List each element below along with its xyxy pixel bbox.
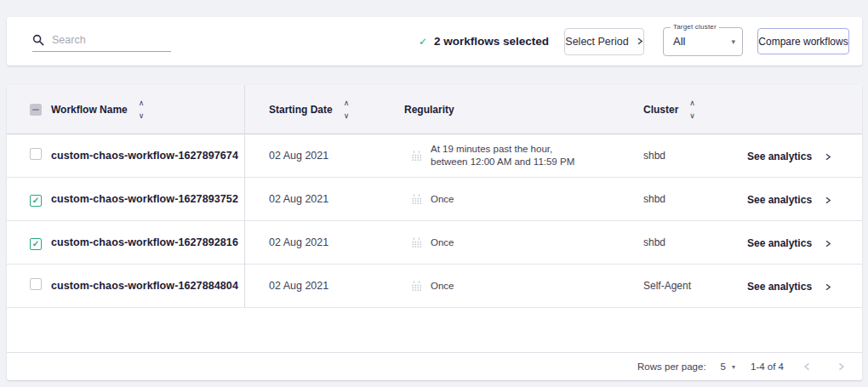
column-header-cluster: Cluster xyxy=(643,104,678,116)
table-body: ✓ custom-chaos-workflow-1627897674 02 Au… xyxy=(7,134,862,308)
table-header: Workflow Name ∧ ∨ Starting Date ∧ ∨ Regu… xyxy=(7,85,862,134)
sort-down-icon: ∨ xyxy=(689,112,695,119)
target-cluster-select[interactable]: Target cluster All ▾ xyxy=(663,27,743,56)
dropdown-caret-icon: ▾ xyxy=(732,363,735,371)
selection-status-text: 2 workflows selected xyxy=(434,35,549,48)
select-period-label: Select Period xyxy=(565,36,628,48)
column-header-starting-date: Starting Date xyxy=(269,104,333,116)
search-box[interactable] xyxy=(32,34,171,52)
see-analytics-link[interactable]: See analytics xyxy=(747,151,831,162)
starting-date: 02 Aug 2021 xyxy=(244,193,397,205)
calendar-icon xyxy=(411,237,422,248)
see-analytics-link[interactable]: See analytics xyxy=(747,237,831,249)
chevron-left-icon xyxy=(803,362,811,371)
compare-workflows-button[interactable]: Compare workflows xyxy=(757,28,849,54)
sort-up-icon: ∧ xyxy=(139,100,145,106)
cluster-name: shbd xyxy=(632,236,739,248)
next-page-button[interactable] xyxy=(830,356,852,378)
sort-down-icon: ∨ xyxy=(344,112,350,119)
workflow-name: custom-chaos-workflow-1627884804 xyxy=(51,280,244,292)
row-checkbox[interactable]: ✓ xyxy=(30,148,42,160)
chevron-right-icon xyxy=(825,196,831,204)
workflow-name: custom-chaos-workflow-1627897674 xyxy=(51,150,244,162)
rows-per-page-value: 5 xyxy=(721,361,726,372)
row-checkbox[interactable]: ✓ xyxy=(30,195,42,207)
table-row: ✓ custom-chaos-workflow-1627897674 02 Au… xyxy=(7,134,862,178)
pagination: Rows per page: 5 ▾ 1-4 of 4 xyxy=(7,352,862,380)
table-row: ✓ custom-chaos-workflow-1627884804 02 Au… xyxy=(7,265,862,308)
dropdown-caret-icon: ▾ xyxy=(731,37,735,46)
cluster-name: Self-Agent xyxy=(632,280,739,292)
regularity-cell: At 19 minutes past the hour, between 12:… xyxy=(397,143,632,168)
sort-up-icon: ∧ xyxy=(689,100,695,106)
search-icon xyxy=(32,34,44,46)
column-header-workflow-name: Workflow Name xyxy=(51,104,128,116)
search-input[interactable] xyxy=(52,34,154,46)
page-range-text: 1-4 of 4 xyxy=(751,361,784,372)
rows-per-page-select[interactable]: 5 ▾ xyxy=(721,361,735,372)
starting-date: 02 Aug 2021 xyxy=(244,150,397,162)
sort-workflow-name[interactable]: ∧ ∨ xyxy=(139,100,145,119)
select-all-checkbox[interactable] xyxy=(30,104,42,116)
column-header-regularity: Regularity xyxy=(404,104,454,116)
rows-per-page-label: Rows per page: xyxy=(637,361,706,372)
row-checkbox[interactable]: ✓ xyxy=(30,238,42,250)
regularity-text: Once xyxy=(431,280,454,293)
chevron-right-icon xyxy=(837,362,845,371)
sort-up-icon: ∧ xyxy=(344,100,350,106)
selection-status: ✓ 2 workflows selected xyxy=(419,35,549,48)
workflow-name: custom-chaos-workflow-1627893752 xyxy=(51,193,244,205)
sort-down-icon: ∨ xyxy=(139,112,145,119)
toolbar-actions: ✓ 2 workflows selected Select Period Tar… xyxy=(419,27,849,56)
column-divider xyxy=(244,85,245,308)
starting-date: 02 Aug 2021 xyxy=(244,236,397,248)
regularity-cell: Once xyxy=(397,193,632,206)
sort-cluster[interactable]: ∧ ∨ xyxy=(689,100,695,119)
regularity-text: Once xyxy=(431,236,454,249)
cluster-name: shbd xyxy=(632,150,739,162)
regularity-cell: Once xyxy=(397,280,632,293)
calendar-icon xyxy=(411,151,422,162)
calendar-icon xyxy=(411,194,422,205)
see-analytics-link[interactable]: See analytics xyxy=(747,281,831,293)
sort-starting-date[interactable]: ∧ ∨ xyxy=(344,100,350,119)
regularity-text: Once xyxy=(431,193,454,206)
previous-page-button[interactable] xyxy=(796,356,818,378)
table-row: ✓ custom-chaos-workflow-1627893752 02 Au… xyxy=(7,178,862,221)
workflow-name: custom-chaos-workflow-1627892816 xyxy=(51,236,244,248)
workflows-table: Workflow Name ∧ ∨ Starting Date ∧ ∨ Regu… xyxy=(7,85,862,380)
calendar-icon xyxy=(411,281,422,292)
selected-check-icon: ✓ xyxy=(419,36,427,48)
target-cluster-label: Target cluster xyxy=(671,23,719,31)
select-period-button[interactable]: Select Period xyxy=(564,28,644,55)
toolbar: ✓ 2 workflows selected Select Period Tar… xyxy=(7,17,862,65)
table-row: ✓ custom-chaos-workflow-1627892816 02 Au… xyxy=(7,221,862,265)
chevron-right-icon xyxy=(637,37,643,45)
chevron-right-icon xyxy=(825,283,831,291)
chevron-right-icon xyxy=(825,240,831,248)
regularity-cell: Once xyxy=(397,236,632,249)
see-analytics-link[interactable]: See analytics xyxy=(747,194,831,206)
starting-date: 02 Aug 2021 xyxy=(244,280,397,292)
target-cluster-value: All xyxy=(673,35,685,48)
cluster-name: shbd xyxy=(632,193,739,205)
regularity-text: At 19 minutes past the hour, between 12:… xyxy=(431,143,574,168)
row-checkbox[interactable]: ✓ xyxy=(30,278,42,290)
chevron-right-icon xyxy=(825,153,831,161)
